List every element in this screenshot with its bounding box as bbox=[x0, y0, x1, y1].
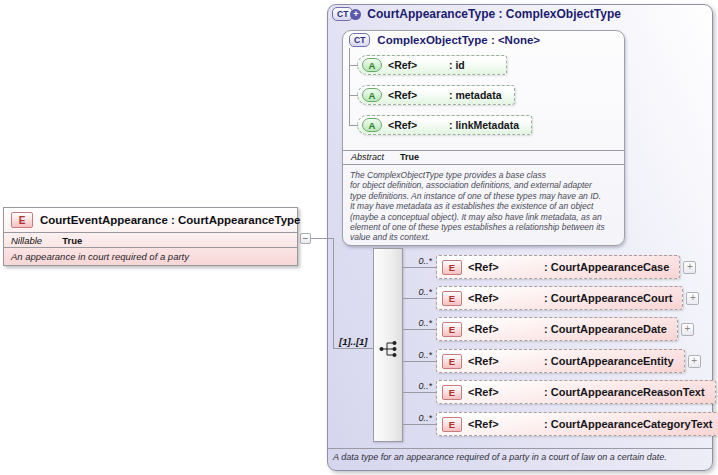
expand-button[interactable]: + bbox=[683, 261, 696, 274]
element-icon: E bbox=[442, 322, 462, 337]
connector-line bbox=[349, 48, 350, 125]
connector-line bbox=[403, 424, 436, 425]
schema-diagram: CT + CourtAppearanceType : ComplexObject… bbox=[0, 0, 718, 475]
attribute-name: : linkMetadata bbox=[449, 119, 519, 131]
abstract-value: True bbox=[400, 152, 419, 162]
sequence-cardinality-label: [1]..[1] bbox=[339, 336, 368, 347]
connector-line bbox=[403, 329, 436, 330]
element-row-courtappearancecase: E <Ref> : CourtAppearanceCase + bbox=[436, 255, 696, 279]
expand-button[interactable]: + bbox=[686, 292, 699, 305]
element-row-courtappearanceentity: E <Ref> : CourtAppearanceEntity + bbox=[436, 349, 701, 373]
element-row-courtappearancedate: E <Ref> : CourtAppearanceDate + bbox=[436, 317, 694, 341]
element-box[interactable]: E <Ref> : CourtAppearanceCase bbox=[436, 255, 680, 279]
connector-line bbox=[403, 392, 436, 393]
occurrence-label: 0..* bbox=[404, 256, 432, 266]
occurrence-label: 0..* bbox=[404, 413, 432, 423]
sequence-compositor[interactable] bbox=[373, 248, 403, 442]
attribute-box-linkmetadata[interactable]: A <Ref> : linkMetadata bbox=[357, 115, 532, 135]
attribute-ref: <Ref> bbox=[388, 119, 443, 131]
expand-button[interactable]: + bbox=[681, 323, 694, 336]
element-name: : CourtAppearanceDate bbox=[544, 323, 667, 335]
left-element-box[interactable]: E CourtEventAppearance : CourtAppearance… bbox=[3, 207, 298, 266]
element-name: : CourtAppearanceReasonText bbox=[544, 386, 705, 398]
footer-divider bbox=[328, 448, 712, 449]
nillable-label: Nillable bbox=[11, 235, 42, 246]
element-box[interactable]: E <Ref> : CourtAppearanceEntity bbox=[436, 349, 685, 373]
connector-line bbox=[333, 238, 334, 348]
attribute-box-metadata[interactable]: A <Ref> : metadata bbox=[357, 85, 515, 105]
element-icon: E bbox=[442, 260, 462, 275]
element-row-courtappearancecategorytext: E <Ref> : CourtAppearanceCategoryText + bbox=[436, 412, 718, 436]
element-icon: E bbox=[442, 417, 462, 432]
element-ref: <Ref> bbox=[468, 355, 538, 367]
occurrence-label: 0..* bbox=[404, 287, 432, 297]
connector-line bbox=[311, 238, 333, 239]
base-type-title: ComplexObjectType : <None> bbox=[377, 34, 540, 46]
connector-line bbox=[403, 298, 436, 299]
abstract-property-row: Abstract True bbox=[351, 152, 419, 162]
divider bbox=[343, 164, 624, 165]
plus-badge-icon: + bbox=[350, 9, 361, 20]
element-box[interactable]: E <Ref> : CourtAppearanceDate bbox=[436, 317, 678, 341]
nillable-property-row: Nillable True bbox=[4, 233, 297, 248]
complex-type-description: A data type for an appearance required o… bbox=[333, 452, 708, 462]
element-icon: E bbox=[442, 291, 462, 306]
left-element-description: An appearance in court required of a par… bbox=[4, 248, 297, 265]
left-element-title: CourtEventAppearance : CourtAppearanceTy… bbox=[40, 214, 301, 226]
attribute-box-id[interactable]: A <Ref> : id bbox=[357, 55, 507, 75]
sequence-icon bbox=[378, 340, 400, 362]
base-type-description: The ComplexObjectType type provides a ba… bbox=[350, 170, 622, 243]
attribute-icon: A bbox=[362, 88, 382, 102]
element-name: : CourtAppearanceCase bbox=[544, 261, 669, 273]
element-icon: E bbox=[442, 385, 462, 400]
element-box[interactable]: E <Ref> : CourtAppearanceCategoryText bbox=[436, 412, 718, 436]
base-type-header: CT ComplexObjectType : <None> bbox=[349, 33, 540, 47]
connector-line bbox=[349, 95, 358, 96]
element-icon: E bbox=[442, 354, 462, 369]
element-row-courtappearancecourt: E <Ref> : CourtAppearanceCourt + bbox=[436, 286, 699, 310]
element-ref: <Ref> bbox=[468, 323, 538, 335]
occurrence-label: 0..* bbox=[404, 350, 432, 360]
occurrence-label: 0..* bbox=[404, 381, 432, 391]
divider bbox=[343, 150, 624, 151]
attribute-icon: A bbox=[362, 118, 382, 132]
attribute-ref: <Ref> bbox=[388, 59, 443, 71]
element-name: : CourtAppearanceEntity bbox=[544, 355, 674, 367]
element-ref: <Ref> bbox=[468, 261, 538, 273]
element-box[interactable]: E <Ref> : CourtAppearanceCourt bbox=[436, 286, 683, 310]
left-element-title-row: E CourtEventAppearance : CourtAppearance… bbox=[4, 208, 297, 233]
collapse-button[interactable]: − bbox=[300, 233, 311, 244]
complex-type-header: CT + CourtAppearanceType : ComplexObject… bbox=[332, 7, 621, 21]
element-icon: E bbox=[11, 212, 33, 228]
occurrence-label: 0..* bbox=[404, 318, 432, 328]
nillable-value: True bbox=[62, 235, 82, 246]
element-ref: <Ref> bbox=[468, 418, 538, 430]
element-name: : CourtAppearanceCourt bbox=[544, 292, 672, 304]
element-ref: <Ref> bbox=[468, 386, 538, 398]
expand-button[interactable]: + bbox=[688, 355, 701, 368]
element-box[interactable]: E <Ref> : CourtAppearanceReasonText bbox=[436, 380, 716, 404]
element-ref: <Ref> bbox=[468, 292, 538, 304]
attribute-ref: <Ref> bbox=[388, 89, 443, 101]
abstract-label: Abstract bbox=[351, 152, 384, 162]
complex-type-title: CourtAppearanceType : ComplexObjectType bbox=[367, 7, 621, 21]
element-row-courtappearancereasontext: E <Ref> : CourtAppearanceReasonText + bbox=[436, 380, 718, 404]
element-name: : CourtAppearanceCategoryText bbox=[544, 418, 713, 430]
connector-line bbox=[403, 361, 436, 362]
attribute-name: : metadata bbox=[449, 89, 502, 101]
ct-icon: CT bbox=[349, 33, 370, 47]
complex-type-derived-icon: CT + bbox=[332, 7, 361, 21]
attribute-name: : id bbox=[449, 59, 465, 71]
attribute-icon: A bbox=[362, 58, 382, 72]
connector-line bbox=[333, 348, 373, 349]
connector-line bbox=[349, 65, 358, 66]
connector-line bbox=[349, 125, 358, 126]
connector-line bbox=[403, 267, 436, 268]
